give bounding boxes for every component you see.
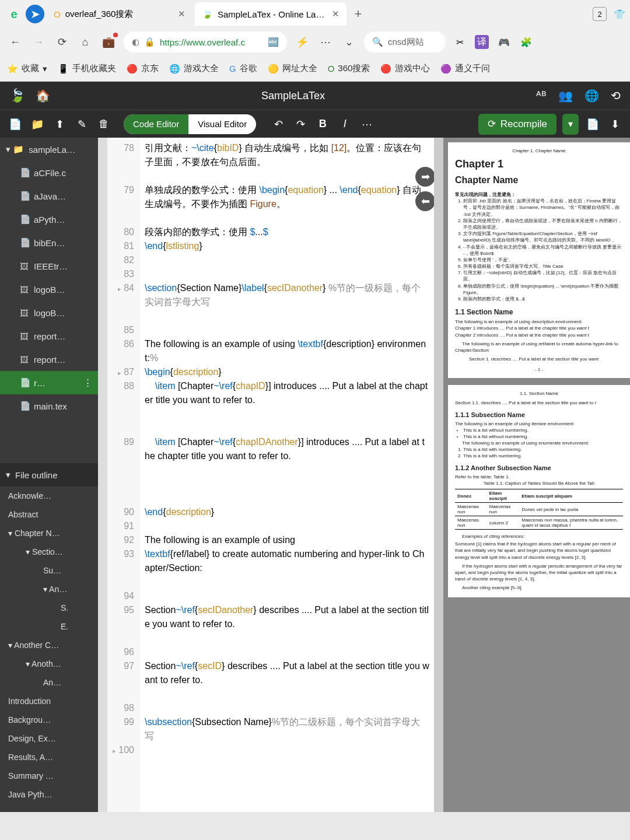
download-icon[interactable]: ⬇ xyxy=(607,118,623,131)
file-scrollbar[interactable] xyxy=(98,138,107,812)
outline-item[interactable]: E. xyxy=(0,617,98,636)
file-tree: ▾ 📁 sampleLa… 📄aCFile.c📄aJava…📄aPyth…📄bi… xyxy=(0,138,98,463)
briefcase-icon[interactable]: 💼 xyxy=(100,34,117,50)
outline-item[interactable]: ▾ An… xyxy=(0,580,98,598)
bold-icon[interactable]: B xyxy=(314,118,331,130)
address-bar[interactable]: ◐ 🔒 https://www.overleaf.c 🔤 xyxy=(124,32,287,52)
translate-icon[interactable]: 🔤 xyxy=(268,37,279,47)
reload-button[interactable]: ⟳ xyxy=(54,34,70,50)
project-title: SampleLaTex xyxy=(50,90,536,102)
file-item[interactable]: 📄r…⋮ xyxy=(0,371,98,394)
outline-item[interactable]: ▾ Anoth… xyxy=(0,654,98,673)
chat-icon[interactable]: ⟲ xyxy=(611,89,621,103)
close-icon[interactable]: ✕ xyxy=(332,9,340,19)
outline-item[interactable]: Abstract xyxy=(0,505,98,524)
flash-icon[interactable]: ⚡ xyxy=(294,34,310,50)
bookmark-gamecenter[interactable]: 🔴 游戏中心 xyxy=(380,63,430,74)
file-item[interactable]: 📄main.tex xyxy=(0,394,98,418)
history-icon[interactable]: 🌐 xyxy=(584,89,599,103)
bookmark-ty[interactable]: 🟣 通义千问 xyxy=(440,63,490,74)
bookmark-mobile[interactable]: 📱 手机收藏夹 xyxy=(58,63,116,74)
outline-item[interactable]: S. xyxy=(0,598,98,617)
bookmark-nav[interactable]: 🟡 网址大全 xyxy=(268,63,317,74)
collapse-right-icon[interactable]: ➡ xyxy=(415,167,434,187)
editor-scrollbar[interactable] xyxy=(434,138,443,812)
tab-1[interactable]: O overleaf_360搜索 ✕ xyxy=(47,2,192,26)
upload-icon[interactable]: ⬆ xyxy=(51,118,68,131)
outline-header[interactable]: ▾ File outline xyxy=(0,463,98,487)
pdf-page-1: Chapter 1. Chapter Name Chapter 1 Chapte… xyxy=(448,142,630,378)
outline-item[interactable]: Design, Ex… xyxy=(0,729,98,748)
outline-item[interactable]: Backgrou… xyxy=(0,710,98,729)
bookmark-jd[interactable]: 🔴 京东 xyxy=(127,63,159,74)
more-format-icon[interactable]: ⋯ xyxy=(359,118,375,131)
file-tree-root[interactable]: ▾ 📁 sampleLa… xyxy=(0,138,98,161)
outline-item[interactable]: ▾ Chapter N… xyxy=(0,524,98,542)
review-icon[interactable]: ᴬᴮ xyxy=(536,89,547,103)
outline-item[interactable]: ▾ Another C… xyxy=(0,636,98,654)
browser-logo-icon[interactable]: e xyxy=(5,5,23,23)
outline-item[interactable]: Introduction xyxy=(0,692,98,710)
outline-item[interactable]: Java Pyth… xyxy=(0,785,98,804)
more-icon[interactable]: ⋯ xyxy=(317,34,334,50)
home-button[interactable]: ⌂ xyxy=(77,34,93,50)
translate-ext-icon[interactable]: 译 xyxy=(475,35,489,49)
delete-icon[interactable]: 🗑 xyxy=(96,118,112,130)
search-input[interactable]: 🔍 cnsd网站 xyxy=(364,32,446,52)
rename-icon[interactable]: ✎ xyxy=(74,118,90,131)
home-icon[interactable]: 🏠 xyxy=(36,89,50,103)
outline-item[interactable]: An… xyxy=(0,673,98,692)
code-editor-button[interactable]: Code Editor xyxy=(124,114,188,134)
outline-item[interactable]: Summary … xyxy=(0,766,98,785)
logs-icon[interactable]: 📄 xyxy=(584,118,601,131)
code-area[interactable]: 引用文献：~\cite{bibID} 自动生成编号，比如 [12]。位置：应该在… xyxy=(140,138,434,812)
visual-editor-button[interactable]: Visual Editor xyxy=(188,114,256,134)
new-tab-button[interactable]: + xyxy=(349,5,368,23)
bookmark-google[interactable]: G 谷歌 xyxy=(229,63,257,74)
pdf-page-2: 1.1. Section Name Section 1.1. describes… xyxy=(448,385,630,597)
new-folder-icon[interactable]: 📁 xyxy=(29,118,46,131)
forward-button[interactable]: → xyxy=(30,34,47,50)
italic-icon[interactable]: I xyxy=(337,118,353,130)
file-item[interactable]: 🖼report… xyxy=(0,324,98,348)
share-icon[interactable]: 👥 xyxy=(558,89,573,103)
address-row: ← → ⟳ ⌂ 💼 ◐ 🔒 https://www.overleaf.c 🔤 ⚡… xyxy=(0,28,630,56)
back-button[interactable]: ← xyxy=(7,34,23,50)
bookmark-game[interactable]: 🌐 游戏大全 xyxy=(169,63,219,74)
cut-icon[interactable]: ✂ xyxy=(453,35,467,49)
close-icon[interactable]: ✕ xyxy=(178,9,186,19)
tshirt-icon[interactable]: 👕 xyxy=(614,9,625,20)
puzzle-icon[interactable]: 🧩 xyxy=(519,35,533,49)
tab-2[interactable]: 🍃 SampleLaTex - Online LaTeX ✕ xyxy=(195,2,346,26)
game-icon[interactable]: 🎮 xyxy=(497,35,511,49)
outline-item[interactable]: ▾ Sectio… xyxy=(0,542,98,561)
code-editor[interactable]: 787980818283▸ 848586▸ 878889909192939495… xyxy=(107,138,434,812)
chevron-down-icon[interactable]: ⌄ xyxy=(341,34,357,50)
undo-icon[interactable]: ↶ xyxy=(270,118,286,131)
outline-tree: Acknowle…Abstract▾ Chapter N…▾ Sectio…Su… xyxy=(0,487,98,812)
file-item[interactable]: 📄bibEn… xyxy=(0,231,98,254)
bookmark-star[interactable]: ⭐ 收藏 ▾ xyxy=(7,63,47,74)
compass-icon[interactable]: ➤ xyxy=(26,5,44,23)
redo-icon[interactable]: ↷ xyxy=(292,118,309,131)
file-item[interactable]: 🖼logoB… xyxy=(0,278,98,301)
recompile-dropdown[interactable]: ▾ xyxy=(562,114,579,135)
file-item[interactable]: 📄aCFile.c xyxy=(0,161,98,184)
outline-item[interactable]: Su… xyxy=(0,561,98,580)
bookmark-360[interactable]: O 360搜索 xyxy=(328,63,370,74)
url-text: https://www.overleaf.c xyxy=(160,37,245,47)
counter-badge[interactable]: 2 xyxy=(593,7,607,21)
file-item[interactable]: 📄aJava… xyxy=(0,184,98,208)
outline-item[interactable]: Acknowle… xyxy=(0,487,98,505)
file-item[interactable]: 📄aPyth… xyxy=(0,208,98,231)
recompile-button[interactable]: ⟳ Recompile xyxy=(478,114,556,135)
file-item[interactable]: 🖼report… xyxy=(0,348,98,371)
new-file-icon[interactable]: 📄 xyxy=(7,118,23,131)
gutter: 787980818283▸ 848586▸ 878889909192939495… xyxy=(107,138,140,812)
overleaf-logo-icon[interactable]: 🍃 xyxy=(9,88,25,103)
collapse-left-icon[interactable]: ⬅ xyxy=(415,191,434,211)
file-item[interactable]: 🖼logoB… xyxy=(0,301,98,324)
file-item[interactable]: 🖼IEEEtr… xyxy=(0,254,98,278)
outline-item[interactable]: Results, A… xyxy=(0,748,98,766)
pdf-preview[interactable]: Chapter 1. Chapter Name Chapter 1 Chapte… xyxy=(443,138,630,812)
